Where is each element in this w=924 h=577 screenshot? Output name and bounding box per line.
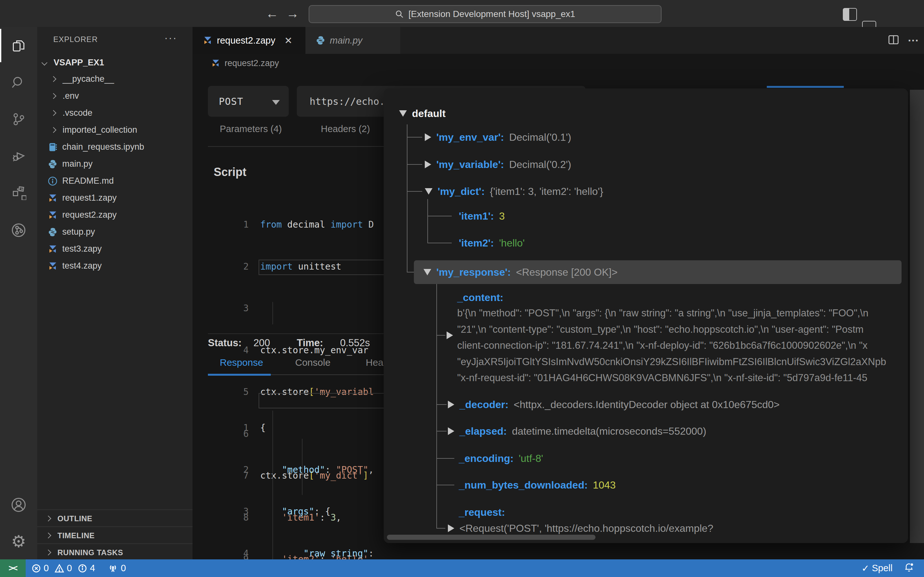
explorer-more-actions-icon[interactable]: ··· [164,31,177,44]
editor-actions: ··· [887,27,919,54]
tab-response[interactable]: Response [220,357,263,368]
run-debug-icon[interactable] [0,139,37,173]
window-title: [Extension Development Host] vsapp_ex1 [409,9,575,19]
tree-item-chain-requests[interactable]: chain_requests.ipynb [37,139,192,155]
chevron-expanded-icon[interactable] [425,188,433,195]
warning-icon [55,564,64,573]
chevron-collapsed-icon[interactable] [425,133,431,141]
zapy-file-icon [211,59,220,68]
tree-item-pycache[interactable]: __pycache__ [37,71,192,87]
timeline-section[interactable]: TIMELINE [37,526,192,544]
variable-inspector-popup: default 'my_env_var': Decimal('0.1') 'my… [384,89,908,543]
inspector-row-my-response[interactable]: 'my_response': <Response [200 OK]> [423,264,618,280]
tree-guide [436,404,447,405]
chevron-expanded-icon[interactable] [423,269,431,276]
tree-item-imported-collection[interactable]: imported_collection [37,121,192,139]
tree-item-test4-zapy[interactable]: test4.zapy [37,258,192,274]
inspector-row-my-dict[interactable]: 'my_dict': {'item1': 3, 'item2': 'hello'… [425,184,603,199]
extensions-icon[interactable] [0,175,37,210]
inspector-row-num-bytes[interactable]: _num_bytes_downloaded: 1043 [459,477,615,493]
source-control-icon[interactable] [0,102,37,137]
tree-item-main-py[interactable]: main.py [37,155,192,172]
running-tasks-section[interactable]: RUNNING TASKS [37,543,192,561]
chevron-collapsed-icon[interactable] [448,401,454,408]
inspector-row-decoder[interactable]: _decoder: <httpx._decoders.IdentityDecod… [448,397,780,412]
explorer-icon[interactable] [0,29,37,63]
tree-item-request2-zapy[interactable]: request2.zapy [37,206,192,223]
zapy-file-icon [47,244,58,254]
nav-forward-icon[interactable]: → [286,0,299,27]
account-icon[interactable] [0,488,37,522]
chevron-expanded-icon[interactable] [399,110,407,117]
problems-infos[interactable]: 4 [78,563,95,574]
url-value: https://echo. [310,96,385,107]
chevron-collapsed-icon[interactable] [447,332,453,339]
chevron-collapsed-icon[interactable] [448,427,454,435]
tab-request2-zapy[interactable]: request2.zapy ✕ [192,27,305,54]
inspector-root-row[interactable]: default [399,106,446,121]
ports-indicator[interactable]: 0 [108,563,126,574]
info-icon [78,564,87,573]
inspector-row-encoding[interactable]: _encoding: 'utf-8' [459,451,543,466]
problems-warnings[interactable]: 0 [55,563,72,574]
inspector-row-request-value[interactable]: <Request('POST', 'https://echo.hoppscotc… [448,521,713,536]
split-editor-icon[interactable] [887,34,900,47]
method-dropdown[interactable]: POST [208,86,289,117]
editor-tab-bar: request2.zapy ✕ main.py ··· [192,27,924,54]
script-section-title: Script [214,165,246,179]
tree-guide [407,164,422,165]
search-view-icon[interactable] [0,65,37,100]
chevron-collapsed-icon[interactable] [425,161,431,168]
spell-checker-status[interactable]: ✓ Spell [861,563,893,574]
title-bar: ← → [Extension Development Host] vsapp_e… [0,0,924,27]
tab-parameters[interactable]: Parameters (4) [220,124,282,134]
nav-back-icon[interactable]: ← [266,0,278,27]
chevron-down-icon [272,100,280,105]
active-tab-underline [208,374,271,376]
outline-section[interactable]: OUTLINE [37,509,192,527]
inspector-row-elapsed[interactable]: _elapsed: datetime.timedelta(microsecond… [448,424,706,439]
tree-item-readme[interactable]: README.md [37,172,192,189]
status-bar-right: ✓ Spell [861,562,914,575]
tab-main-py[interactable]: main.py [305,27,401,54]
content-preview-text: b'{\n "method": "POST",\n "args": {\n "r… [457,305,903,386]
tree-root-vsapp-ex1[interactable]: VSAPP_EX1 [37,55,192,71]
tree-guide [427,243,452,243]
breadcrumb-file[interactable]: request2.zapy [225,58,279,68]
tree-item-setup-py[interactable]: setup.py [37,223,192,240]
section-divider [208,334,384,334]
inspector-row-request[interactable]: _request: [459,504,505,520]
more-actions-icon[interactable]: ··· [908,34,919,47]
inspector-row-item2[interactable]: 'item2': 'hello' [459,235,525,251]
zapy-requests-view-icon[interactable] [0,213,37,247]
vertical-scrollbar[interactable] [910,90,924,543]
problems-errors[interactable]: 0 [31,563,49,574]
info-icon [47,176,58,186]
status-value: 200 [254,337,270,349]
tree-item-env[interactable]: .env [37,87,192,105]
time-value: 0.552s [340,337,370,349]
notifications-bell-icon[interactable] [903,562,914,575]
close-tab-icon[interactable]: ✕ [284,35,292,46]
tree-item-vscode[interactable]: .vscode [37,105,192,121]
inspector-row-content[interactable]: _content: [457,290,503,305]
breadcrumb[interactable]: request2.zapy [192,54,924,73]
horizontal-scrollbar-thumb[interactable] [387,535,596,540]
inspector-row-item1[interactable]: 'item1': 3 [459,208,505,224]
tree-guide [407,137,422,137]
inspector-row-my-variable[interactable]: 'my_variable': Decimal('0.2') [425,157,571,172]
tree-item-request1-zapy[interactable]: request1.zapy [37,189,192,206]
inspector-row-my-env-var[interactable]: 'my_env_var': Decimal('0.1') [425,129,572,145]
settings-gear-icon[interactable]: ⚙ [0,524,37,559]
remote-indicator[interactable]: >< [0,559,26,577]
tab-console[interactable]: Console [295,357,330,368]
command-center-search[interactable]: [Extension Development Host] vsapp_ex1 [309,5,662,23]
chevron-collapsed-icon[interactable] [448,524,454,532]
broadcast-tower-icon [108,563,118,574]
root-folder-label: VSAPP_EX1 [53,58,104,68]
toggle-primary-sidebar-icon[interactable] [843,8,857,21]
python-icon [316,35,325,45]
tab-headers[interactable]: Headers (2) [321,124,370,134]
vscode-window: ← → [Extension Development Host] vsapp_e… [0,0,924,577]
tree-item-test3-zapy[interactable]: test3.zapy [37,240,192,258]
